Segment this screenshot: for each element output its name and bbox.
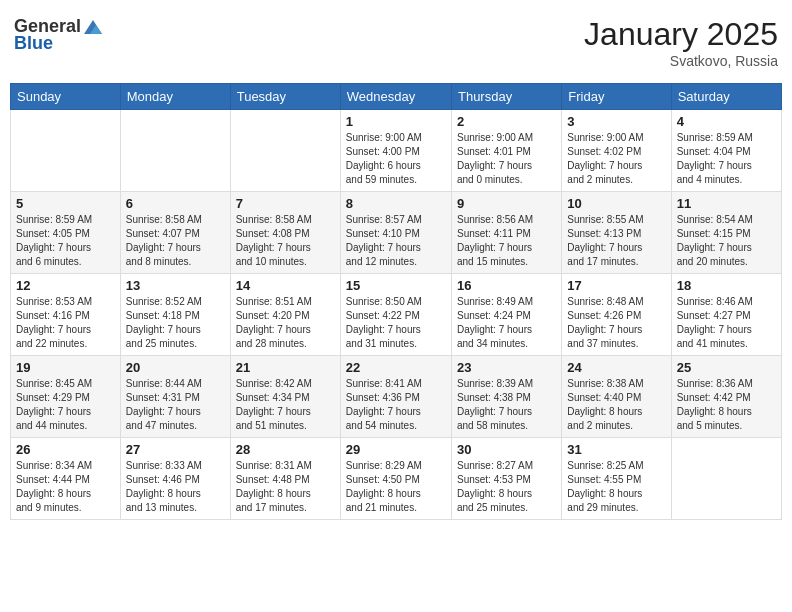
calendar-cell: 4Sunrise: 8:59 AM Sunset: 4:04 PM Daylig… <box>671 110 781 192</box>
calendar-cell: 7Sunrise: 8:58 AM Sunset: 4:08 PM Daylig… <box>230 192 340 274</box>
day-number: 10 <box>567 196 665 211</box>
day-number: 20 <box>126 360 225 375</box>
calendar-cell: 31Sunrise: 8:25 AM Sunset: 4:55 PM Dayli… <box>562 438 671 520</box>
calendar-cell: 25Sunrise: 8:36 AM Sunset: 4:42 PM Dayli… <box>671 356 781 438</box>
day-number: 3 <box>567 114 665 129</box>
day-info: Sunrise: 8:56 AM Sunset: 4:11 PM Dayligh… <box>457 213 556 269</box>
day-info: Sunrise: 8:51 AM Sunset: 4:20 PM Dayligh… <box>236 295 335 351</box>
day-info: Sunrise: 8:58 AM Sunset: 4:07 PM Dayligh… <box>126 213 225 269</box>
month-title: January 2025 <box>584 16 778 53</box>
calendar-cell: 16Sunrise: 8:49 AM Sunset: 4:24 PM Dayli… <box>451 274 561 356</box>
day-number: 14 <box>236 278 335 293</box>
day-number: 26 <box>16 442 115 457</box>
day-info: Sunrise: 8:52 AM Sunset: 4:18 PM Dayligh… <box>126 295 225 351</box>
day-info: Sunrise: 9:00 AM Sunset: 4:02 PM Dayligh… <box>567 131 665 187</box>
calendar-cell: 28Sunrise: 8:31 AM Sunset: 4:48 PM Dayli… <box>230 438 340 520</box>
calendar-week-row: 1Sunrise: 9:00 AM Sunset: 4:00 PM Daylig… <box>11 110 782 192</box>
day-number: 22 <box>346 360 446 375</box>
calendar-week-row: 5Sunrise: 8:59 AM Sunset: 4:05 PM Daylig… <box>11 192 782 274</box>
calendar-cell: 22Sunrise: 8:41 AM Sunset: 4:36 PM Dayli… <box>340 356 451 438</box>
calendar-cell: 3Sunrise: 9:00 AM Sunset: 4:02 PM Daylig… <box>562 110 671 192</box>
day-number: 2 <box>457 114 556 129</box>
day-info: Sunrise: 8:53 AM Sunset: 4:16 PM Dayligh… <box>16 295 115 351</box>
page-header: General Blue January 2025 Svatkovo, Russ… <box>10 10 782 75</box>
day-number: 5 <box>16 196 115 211</box>
day-number: 9 <box>457 196 556 211</box>
calendar-cell: 9Sunrise: 8:56 AM Sunset: 4:11 PM Daylig… <box>451 192 561 274</box>
day-number: 25 <box>677 360 776 375</box>
day-number: 18 <box>677 278 776 293</box>
day-info: Sunrise: 8:46 AM Sunset: 4:27 PM Dayligh… <box>677 295 776 351</box>
calendar-cell: 6Sunrise: 8:58 AM Sunset: 4:07 PM Daylig… <box>120 192 230 274</box>
calendar-week-row: 19Sunrise: 8:45 AM Sunset: 4:29 PM Dayli… <box>11 356 782 438</box>
day-info: Sunrise: 8:33 AM Sunset: 4:46 PM Dayligh… <box>126 459 225 515</box>
day-number: 4 <box>677 114 776 129</box>
day-number: 31 <box>567 442 665 457</box>
calendar-cell: 5Sunrise: 8:59 AM Sunset: 4:05 PM Daylig… <box>11 192 121 274</box>
day-number: 24 <box>567 360 665 375</box>
day-info: Sunrise: 9:00 AM Sunset: 4:01 PM Dayligh… <box>457 131 556 187</box>
day-info: Sunrise: 8:29 AM Sunset: 4:50 PM Dayligh… <box>346 459 446 515</box>
day-number: 17 <box>567 278 665 293</box>
day-info: Sunrise: 8:39 AM Sunset: 4:38 PM Dayligh… <box>457 377 556 433</box>
logo-blue-text: Blue <box>14 33 53 54</box>
calendar-cell: 14Sunrise: 8:51 AM Sunset: 4:20 PM Dayli… <box>230 274 340 356</box>
calendar-cell: 8Sunrise: 8:57 AM Sunset: 4:10 PM Daylig… <box>340 192 451 274</box>
weekday-header: Friday <box>562 84 671 110</box>
weekday-header: Wednesday <box>340 84 451 110</box>
calendar-cell: 2Sunrise: 9:00 AM Sunset: 4:01 PM Daylig… <box>451 110 561 192</box>
day-number: 30 <box>457 442 556 457</box>
calendar-cell: 23Sunrise: 8:39 AM Sunset: 4:38 PM Dayli… <box>451 356 561 438</box>
day-info: Sunrise: 8:49 AM Sunset: 4:24 PM Dayligh… <box>457 295 556 351</box>
day-number: 16 <box>457 278 556 293</box>
calendar-cell <box>230 110 340 192</box>
day-info: Sunrise: 8:25 AM Sunset: 4:55 PM Dayligh… <box>567 459 665 515</box>
day-number: 23 <box>457 360 556 375</box>
day-number: 11 <box>677 196 776 211</box>
day-info: Sunrise: 8:50 AM Sunset: 4:22 PM Dayligh… <box>346 295 446 351</box>
calendar-cell: 13Sunrise: 8:52 AM Sunset: 4:18 PM Dayli… <box>120 274 230 356</box>
weekday-header: Sunday <box>11 84 121 110</box>
calendar-cell: 11Sunrise: 8:54 AM Sunset: 4:15 PM Dayli… <box>671 192 781 274</box>
day-info: Sunrise: 9:00 AM Sunset: 4:00 PM Dayligh… <box>346 131 446 187</box>
day-info: Sunrise: 8:48 AM Sunset: 4:26 PM Dayligh… <box>567 295 665 351</box>
weekday-header-row: SundayMondayTuesdayWednesdayThursdayFrid… <box>11 84 782 110</box>
day-info: Sunrise: 8:27 AM Sunset: 4:53 PM Dayligh… <box>457 459 556 515</box>
calendar-cell: 19Sunrise: 8:45 AM Sunset: 4:29 PM Dayli… <box>11 356 121 438</box>
day-info: Sunrise: 8:54 AM Sunset: 4:15 PM Dayligh… <box>677 213 776 269</box>
title-area: January 2025 Svatkovo, Russia <box>584 16 778 69</box>
day-number: 7 <box>236 196 335 211</box>
calendar-cell <box>11 110 121 192</box>
calendar-week-row: 12Sunrise: 8:53 AM Sunset: 4:16 PM Dayli… <box>11 274 782 356</box>
calendar-week-row: 26Sunrise: 8:34 AM Sunset: 4:44 PM Dayli… <box>11 438 782 520</box>
day-info: Sunrise: 8:41 AM Sunset: 4:36 PM Dayligh… <box>346 377 446 433</box>
day-number: 1 <box>346 114 446 129</box>
calendar-cell: 27Sunrise: 8:33 AM Sunset: 4:46 PM Dayli… <box>120 438 230 520</box>
day-info: Sunrise: 8:59 AM Sunset: 4:04 PM Dayligh… <box>677 131 776 187</box>
weekday-header: Tuesday <box>230 84 340 110</box>
day-info: Sunrise: 8:44 AM Sunset: 4:31 PM Dayligh… <box>126 377 225 433</box>
calendar-cell: 10Sunrise: 8:55 AM Sunset: 4:13 PM Dayli… <box>562 192 671 274</box>
location: Svatkovo, Russia <box>584 53 778 69</box>
day-info: Sunrise: 8:55 AM Sunset: 4:13 PM Dayligh… <box>567 213 665 269</box>
weekday-header: Thursday <box>451 84 561 110</box>
day-info: Sunrise: 8:59 AM Sunset: 4:05 PM Dayligh… <box>16 213 115 269</box>
day-number: 8 <box>346 196 446 211</box>
calendar-cell: 26Sunrise: 8:34 AM Sunset: 4:44 PM Dayli… <box>11 438 121 520</box>
calendar-table: SundayMondayTuesdayWednesdayThursdayFrid… <box>10 83 782 520</box>
day-number: 28 <box>236 442 335 457</box>
calendar-cell: 18Sunrise: 8:46 AM Sunset: 4:27 PM Dayli… <box>671 274 781 356</box>
day-number: 6 <box>126 196 225 211</box>
day-info: Sunrise: 8:45 AM Sunset: 4:29 PM Dayligh… <box>16 377 115 433</box>
day-number: 12 <box>16 278 115 293</box>
day-info: Sunrise: 8:31 AM Sunset: 4:48 PM Dayligh… <box>236 459 335 515</box>
calendar-cell: 17Sunrise: 8:48 AM Sunset: 4:26 PM Dayli… <box>562 274 671 356</box>
calendar-cell <box>671 438 781 520</box>
weekday-header: Monday <box>120 84 230 110</box>
weekday-header: Saturday <box>671 84 781 110</box>
calendar-cell: 20Sunrise: 8:44 AM Sunset: 4:31 PM Dayli… <box>120 356 230 438</box>
day-info: Sunrise: 8:36 AM Sunset: 4:42 PM Dayligh… <box>677 377 776 433</box>
calendar-cell: 1Sunrise: 9:00 AM Sunset: 4:00 PM Daylig… <box>340 110 451 192</box>
calendar-cell: 21Sunrise: 8:42 AM Sunset: 4:34 PM Dayli… <box>230 356 340 438</box>
calendar-cell: 30Sunrise: 8:27 AM Sunset: 4:53 PM Dayli… <box>451 438 561 520</box>
